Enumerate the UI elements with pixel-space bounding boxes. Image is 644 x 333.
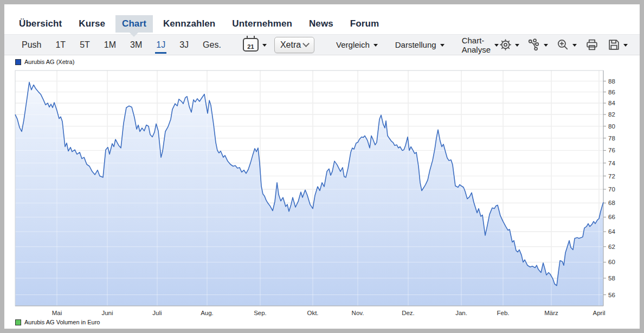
menu-chart-analyse[interactable]: Chart-Analyse — [462, 36, 499, 54]
range-1j[interactable]: 1J — [151, 35, 171, 55]
svg-text:58: 58 — [608, 275, 615, 281]
range-5t[interactable]: 5T — [74, 35, 95, 55]
svg-text:Jan.: Jan. — [455, 310, 467, 316]
svg-text:56: 56 — [608, 292, 615, 298]
svg-text:66: 66 — [608, 214, 615, 220]
save-icon — [607, 38, 621, 52]
chevron-down-icon — [515, 44, 519, 47]
tab-chart[interactable]: Chart — [115, 15, 153, 33]
svg-text:Mai: Mai — [52, 310, 62, 316]
svg-text:88: 88 — [608, 78, 615, 85]
svg-text:78: 78 — [608, 135, 615, 142]
svg-text:76: 76 — [608, 147, 615, 153]
date-picker-button[interactable]: 21 — [243, 38, 267, 52]
exchange-select[interactable]: Xetra — [274, 37, 314, 53]
save-button[interactable] — [607, 38, 628, 52]
chevron-down-icon — [302, 40, 310, 47]
zoom-button[interactable] — [556, 38, 577, 52]
svg-text:80: 80 — [608, 123, 615, 130]
svg-text:März: März — [544, 310, 558, 316]
range-1t[interactable]: 1T — [50, 35, 71, 55]
chevron-down-icon — [262, 44, 267, 47]
tab-kennzahlen[interactable]: Kennzahlen — [157, 15, 222, 33]
range-ges[interactable]: Ges. — [197, 35, 227, 55]
tab-uebersicht[interactable]: Übersicht — [12, 15, 68, 33]
tab-unternehmen[interactable]: Unternehmen — [226, 15, 299, 33]
toolbar-icon-buttons — [499, 38, 628, 52]
svg-text:Feb.: Feb. — [497, 310, 509, 316]
svg-text:72: 72 — [608, 173, 615, 180]
menu-vergleich-label: Vergleich — [336, 40, 370, 49]
chart-toolbar: Push 1T 5T 1M 3M 1J 3J Ges. 21 Xetra Ver… — [4, 34, 640, 55]
menu-darstellung-label: Darstellung — [395, 40, 436, 49]
svg-text:60: 60 — [608, 259, 615, 265]
svg-text:68: 68 — [608, 200, 615, 206]
svg-text:84: 84 — [608, 100, 615, 106]
tab-forum[interactable]: Forum — [344, 15, 385, 33]
menu-darstellung[interactable]: Darstellung — [395, 40, 445, 49]
svg-text:70: 70 — [608, 186, 615, 193]
price-area — [15, 82, 603, 306]
series-legend: Aurubis AG (Xetra) — [15, 59, 74, 65]
calendar-day-label: 21 — [247, 43, 254, 50]
chevron-down-icon — [440, 44, 445, 47]
printer-icon — [585, 38, 599, 52]
legend-swatch-volume — [15, 319, 21, 325]
chevron-down-icon — [494, 44, 499, 47]
svg-text:86: 86 — [608, 89, 615, 95]
menu-vergleich[interactable]: Vergleich — [336, 40, 378, 49]
svg-text:Dez.: Dez. — [402, 310, 415, 316]
svg-text:Juli: Juli — [152, 310, 162, 316]
range-selector: Push 1T 5T 1M 3M 1J 3J Ges. — [16, 35, 230, 55]
zoom-in-icon — [556, 38, 570, 52]
network-button[interactable] — [527, 38, 548, 52]
svg-text:74: 74 — [608, 160, 615, 166]
svg-text:64: 64 — [608, 228, 615, 235]
svg-text:Sep.: Sep. — [254, 310, 267, 316]
svg-text:82: 82 — [608, 111, 615, 118]
svg-text:April: April — [593, 310, 605, 316]
tab-kurse[interactable]: Kurse — [72, 15, 112, 33]
legend-label-volume: Aurubis AG Volumen in Euro — [24, 319, 100, 325]
page-tabs: Übersicht Kurse Chart Kennzahlen Unterne… — [12, 15, 385, 33]
settings-button[interactable] — [499, 38, 519, 52]
calendar-icon: 21 — [243, 38, 259, 52]
gear-icon — [499, 38, 512, 52]
range-3j[interactable]: 3J — [174, 35, 194, 55]
range-3m[interactable]: 3M — [125, 35, 147, 55]
svg-text:Juni: Juni — [101, 310, 113, 316]
chevron-down-icon — [544, 44, 548, 47]
svg-text:62: 62 — [608, 244, 615, 250]
svg-text:Aug.: Aug. — [201, 310, 214, 316]
network-icon — [527, 38, 541, 52]
svg-text:Okt.: Okt. — [307, 310, 318, 316]
chevron-down-icon — [373, 44, 378, 47]
menu-chart-analyse-label: Chart-Analyse — [462, 36, 491, 54]
range-1m[interactable]: 1M — [99, 35, 121, 55]
chevron-down-icon — [572, 44, 577, 47]
volume-legend: Aurubis AG Volumen in Euro — [15, 319, 100, 325]
print-button[interactable] — [585, 38, 599, 52]
exchange-select-value: Xetra — [280, 40, 301, 50]
legend-label-price: Aurubis AG (Xetra) — [24, 59, 74, 65]
range-push[interactable]: Push — [16, 35, 47, 55]
svg-text:Nov.: Nov. — [352, 310, 364, 316]
chart-menus: Vergleich Darstellung Chart-Analyse — [336, 36, 499, 54]
legend-swatch-price — [15, 59, 21, 65]
tab-news[interactable]: News — [302, 15, 340, 33]
chevron-down-icon — [623, 44, 628, 47]
